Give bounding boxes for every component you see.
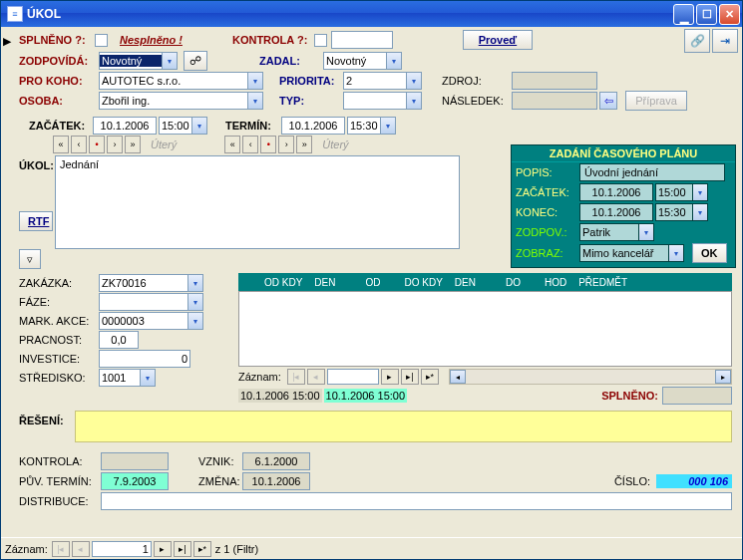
org-icon-button[interactable]: ☍ <box>184 51 207 71</box>
close-button[interactable]: ✕ <box>719 4 740 25</box>
maximize-button[interactable]: ☐ <box>696 4 717 25</box>
app-icon: ≡ <box>7 6 23 22</box>
sb-last[interactable]: ▸| <box>174 541 191 557</box>
zacatek-time[interactable]: 15:00▾ <box>159 117 207 135</box>
list-new[interactable]: ▸* <box>421 369 439 385</box>
list-last[interactable]: ▸| <box>401 369 419 385</box>
termin-next[interactable]: › <box>278 136 294 153</box>
zakazka-select[interactable]: ZK70016▾ <box>99 274 203 292</box>
typ-select[interactable]: ▾ <box>343 92 422 110</box>
plan-konec-date[interactable] <box>579 203 653 221</box>
reseni-label: ŘEŠENÍ: <box>19 411 75 442</box>
list-scroll-right[interactable]: ▸ <box>715 370 731 384</box>
vznik-label: VZNIK: <box>198 455 242 467</box>
zacatek-date[interactable] <box>93 117 157 135</box>
termin-day: Úterý <box>322 139 348 150</box>
priorita-select[interactable]: 2▾ <box>343 72 422 90</box>
kontrola-input[interactable] <box>331 31 393 49</box>
priprava-button: Příprava <box>625 91 687 111</box>
termin-next2[interactable]: » <box>296 136 312 153</box>
zadal-select[interactable]: Novotný▾ <box>323 52 402 70</box>
pracnost-input[interactable] <box>99 331 139 349</box>
vznik-input <box>242 452 310 470</box>
termin-time[interactable]: 15:30▾ <box>347 117 396 135</box>
plan-popis-input[interactable] <box>579 163 725 181</box>
typ-label: TYP: <box>279 95 343 107</box>
ts1: 10.1.2006 15:00 <box>238 389 322 403</box>
zdroj-input[interactable] <box>512 72 597 90</box>
faze-label: FÁZE: <box>19 296 99 308</box>
zodpovida-label: ZODPOVÍDÁ: <box>19 55 99 67</box>
sb-first[interactable]: |◂ <box>52 541 70 557</box>
minimize-button[interactable]: ▁ <box>673 4 694 25</box>
zodpovida-select[interactable]: Novotný▾ <box>99 52 178 70</box>
prokoho-select[interactable]: AUTOTEC s.r.o.▾ <box>99 72 263 90</box>
ukol-label: ÚKOL: <box>19 159 54 171</box>
markakce-select[interactable]: 0000003▾ <box>99 312 203 330</box>
zacatek-prev[interactable]: ‹ <box>71 136 87 153</box>
nasledek-input[interactable] <box>512 92 597 110</box>
zacatek-today[interactable]: • <box>89 136 105 153</box>
zdroj-label: ZDROJ: <box>442 75 512 87</box>
proved-button[interactable]: Proveď <box>463 30 533 50</box>
plan-popis-label: POPIS: <box>516 166 577 178</box>
faze-select[interactable]: ▾ <box>99 293 203 311</box>
list-zaznam-label: Záznam: <box>238 371 281 383</box>
plan-zodpov-label: ZODPOV.: <box>516 226 577 238</box>
nasledek-back-icon[interactable]: ⇦ <box>599 92 617 110</box>
filter-icon-button[interactable]: ▿ <box>19 249 41 269</box>
markakce-label: MARK. AKCE: <box>19 315 99 327</box>
zmena-label: ZMĚNA: <box>198 475 242 487</box>
plan-zacatek-date[interactable] <box>579 183 653 201</box>
zacatek-prev2[interactable]: « <box>53 136 69 153</box>
investice-input[interactable] <box>99 350 190 368</box>
list-prev[interactable]: ◂ <box>307 369 325 385</box>
termin-prev[interactable]: ‹ <box>242 136 258 153</box>
sb-next[interactable]: ▸ <box>154 541 172 557</box>
plan-zacatek-time[interactable]: 15:00▾ <box>655 183 708 201</box>
ukol-textarea[interactable]: Jednání <box>55 155 460 249</box>
rtf-button[interactable]: RTF <box>19 211 53 231</box>
sb-prev[interactable]: ◂ <box>72 541 90 557</box>
termin-prev2[interactable]: « <box>224 136 240 153</box>
plan-zobraz-select[interactable]: Mimo kancelář▾ <box>579 244 684 262</box>
kontrola-checkbox[interactable] <box>314 34 327 47</box>
splneno-mid-input[interactable] <box>662 387 732 405</box>
kontrola-b-input[interactable] <box>101 452 169 470</box>
splneno-checkbox[interactable] <box>95 34 108 47</box>
sb-pos[interactable] <box>92 541 152 557</box>
distribuce-label: DISTRIBUCE: <box>19 495 101 507</box>
plan-ok-button[interactable]: OK <box>692 243 727 263</box>
list-header: OD KDY DEN OD DO KDY DEN DO HOD PŘEDMĚT <box>238 273 732 291</box>
plan-konec-time[interactable]: 15:30▾ <box>655 203 708 221</box>
distribuce-input[interactable] <box>101 492 732 510</box>
prokoho-label: PRO KOHO: <box>19 75 99 87</box>
zakazka-label: ZAKÁZKA: <box>19 277 99 289</box>
osoba-select[interactable]: Zbořil ing.▾ <box>99 92 263 110</box>
plan-title: ZADÁNÍ ČASOVÉHO PLÁNU <box>512 145 735 162</box>
list-scroll-left[interactable]: ◂ <box>450 370 466 384</box>
zacatek-next[interactable]: › <box>107 136 123 153</box>
plan-zodpov-select[interactable]: Patrik▾ <box>579 223 654 241</box>
exit-icon-button[interactable]: ⇥ <box>712 29 738 53</box>
list-body[interactable] <box>238 291 732 367</box>
priorita-label: PRIORITA: <box>279 75 343 87</box>
zacatek-next2[interactable]: » <box>125 136 141 153</box>
list-first[interactable]: |◂ <box>287 369 305 385</box>
termin-today[interactable]: • <box>260 136 276 153</box>
sb-new[interactable]: ▸* <box>193 541 211 557</box>
termin-date[interactable] <box>281 117 345 135</box>
stredisko-select[interactable]: 1001▾ <box>99 369 156 387</box>
list-pos[interactable] <box>327 369 379 385</box>
window-title: ÚKOL <box>27 7 671 21</box>
sb-zaznam-label: Záznam: <box>5 543 48 555</box>
zacatek-label: ZAČÁTEK: <box>29 120 93 132</box>
sb-suffix: z 1 (Filtr) <box>215 543 258 555</box>
list-next[interactable]: ▸ <box>381 369 399 385</box>
attach-icon-button[interactable]: 🔗 <box>684 29 710 53</box>
nesplneno-label: Nesplněno ! <box>120 34 183 46</box>
reseni-textarea[interactable] <box>75 411 732 442</box>
puvtermin-input[interactable] <box>101 472 169 490</box>
cislo-value: 000 106 <box>656 474 732 488</box>
plan-zacatek-label: ZAČÁTEK: <box>516 186 577 198</box>
